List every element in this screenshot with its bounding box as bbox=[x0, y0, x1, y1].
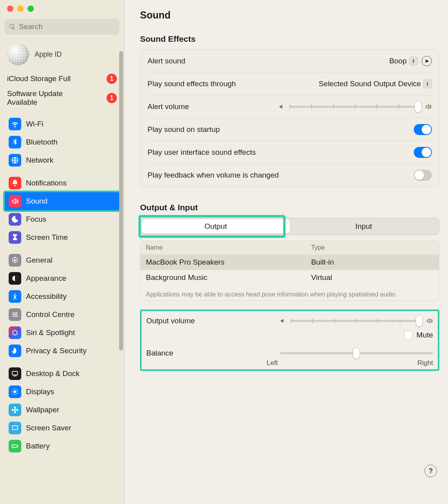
sidebar-item-notifications[interactable]: Notifications bbox=[5, 174, 119, 192]
output-volume-panel: Output volume Mute Balance bbox=[140, 309, 439, 371]
search-icon bbox=[9, 23, 16, 30]
output-volume-slider[interactable] bbox=[291, 317, 422, 325]
mute-label: Mute bbox=[417, 331, 433, 339]
device-type: Virtual bbox=[311, 273, 433, 282]
account-row[interactable]: Apple ID bbox=[0, 39, 124, 69]
alert-volume-slider[interactable] bbox=[289, 102, 421, 111]
svg-point-13 bbox=[14, 411, 16, 413]
page-title: Sound bbox=[140, 9, 439, 21]
sidebar-item-general[interactable]: General bbox=[5, 251, 119, 269]
devices-table: Name Type MacBook Pro Speakers Built-in … bbox=[140, 241, 439, 301]
device-name: MacBook Pro Speakers bbox=[146, 258, 311, 267]
sidebar-item-siri-spotlight[interactable]: Siri & Spotlight bbox=[5, 324, 119, 342]
sidebar-item-control-centre[interactable]: Control Centre bbox=[5, 306, 119, 324]
sidebar-item-sound[interactable]: Sound bbox=[5, 192, 119, 210]
ui-effects-toggle[interactable] bbox=[414, 147, 432, 158]
main-content: Sound Sound Effects Alert sound Boop Pla… bbox=[124, 0, 448, 504]
sliders-icon bbox=[9, 308, 21, 321]
tab-output[interactable]: Output bbox=[142, 219, 290, 233]
notice-label: Software Update Available bbox=[7, 89, 78, 107]
table-row[interactable]: MacBook Pro Speakers Built-in bbox=[140, 254, 439, 270]
help-button[interactable]: ? bbox=[424, 465, 437, 477]
col-type: Type bbox=[311, 244, 433, 251]
notice-icloud-full[interactable]: iCloud Storage Full 1 bbox=[7, 71, 117, 87]
alert-volume-row: Alert volume bbox=[147, 95, 432, 118]
balance-right-label: Right bbox=[417, 359, 433, 367]
sidebar: Apple ID iCloud Storage Full 1 Software … bbox=[0, 0, 124, 504]
search-field[interactable] bbox=[5, 19, 119, 35]
alert-sound-label: Alert sound bbox=[147, 57, 185, 65]
sidebar-item-displays[interactable]: Displays bbox=[5, 383, 119, 401]
sidebar-scrollbar[interactable] bbox=[119, 51, 123, 350]
sidebar-item-screen-time[interactable]: Screen Time bbox=[5, 228, 119, 246]
output-volume-label: Output volume bbox=[146, 317, 195, 325]
sound-effects-heading: Sound Effects bbox=[140, 34, 439, 44]
play-through-row: Play sound effects through Selected Soun… bbox=[147, 72, 432, 95]
sidebar-item-battery[interactable]: Battery bbox=[5, 437, 119, 455]
sidebar-item-appearance[interactable]: Appearance bbox=[5, 269, 119, 287]
sidebar-item-label: Notifications bbox=[26, 179, 67, 187]
maximize-icon[interactable] bbox=[28, 6, 34, 12]
balance-label: Balance bbox=[146, 349, 173, 358]
notice-label: iCloud Storage Full bbox=[7, 74, 71, 83]
feedback-row: Play feedback when volume is changed bbox=[147, 164, 432, 187]
chevron-up-down-icon bbox=[409, 57, 418, 65]
sidebar-item-accessibility[interactable]: Accessibility bbox=[5, 287, 119, 306]
svg-rect-18 bbox=[18, 445, 18, 447]
window-controls bbox=[0, 5, 124, 19]
table-row[interactable]: Background Music Virtual bbox=[140, 270, 439, 285]
minimize-icon[interactable] bbox=[17, 6, 24, 12]
sidebar-item-wallpaper[interactable]: Wallpaper bbox=[5, 401, 119, 419]
sidebar-item-screen-saver[interactable]: Screen Saver bbox=[5, 419, 119, 437]
sidebar-item-network[interactable]: Network bbox=[5, 151, 119, 169]
balance-labels: Left Right bbox=[146, 359, 433, 367]
svg-point-10 bbox=[14, 391, 17, 393]
feedback-label: Play feedback when volume is changed bbox=[147, 171, 279, 180]
play-icon[interactable] bbox=[422, 56, 432, 66]
flower-icon bbox=[9, 404, 21, 416]
balance-slider[interactable] bbox=[280, 349, 433, 358]
svg-point-14 bbox=[12, 409, 14, 411]
sidebar-item-label: Bluetooth bbox=[26, 138, 57, 146]
screensaver-icon bbox=[9, 422, 21, 434]
play-through-select[interactable]: Selected Sound Output Device bbox=[319, 80, 432, 88]
volume-high-icon bbox=[426, 317, 433, 324]
sidebar-item-label: General bbox=[26, 256, 53, 265]
sidebar-item-focus[interactable]: Focus bbox=[5, 210, 119, 228]
balance-row: Balance bbox=[146, 349, 433, 358]
tab-input[interactable]: Input bbox=[290, 219, 438, 233]
sidebar-item-desktop-dock[interactable]: Desktop & Dock bbox=[5, 365, 119, 383]
close-icon[interactable] bbox=[7, 6, 13, 12]
ui-effects-row: Play user interface sound effects bbox=[147, 141, 432, 164]
sound-effects-card: Alert sound Boop Play sound effects thro… bbox=[140, 49, 439, 187]
device-type: Built-in bbox=[311, 258, 433, 267]
table-header: Name Type bbox=[140, 241, 439, 254]
sidebar-item-label: Control Centre bbox=[26, 310, 75, 319]
feedback-toggle[interactable] bbox=[414, 170, 432, 181]
dock-icon bbox=[9, 367, 21, 380]
badge: 1 bbox=[107, 74, 117, 84]
notice-software-update[interactable]: Software Update Available 1 bbox=[7, 87, 117, 109]
play-through-label: Play sound effects through bbox=[147, 80, 236, 88]
siri-icon bbox=[9, 326, 21, 339]
svg-point-15 bbox=[16, 409, 18, 411]
svg-point-4 bbox=[16, 312, 17, 313]
sidebar-item-privacy-security[interactable]: Privacy & Security bbox=[5, 342, 119, 360]
startup-label: Play sound on startup bbox=[147, 125, 220, 134]
play-through-value: Selected Sound Output Device bbox=[319, 80, 421, 88]
gear-icon bbox=[9, 254, 21, 267]
sidebar-item-wifi[interactable]: Wi-Fi bbox=[5, 115, 119, 133]
svg-point-1 bbox=[14, 259, 16, 261]
sidebar-item-label: Wallpaper bbox=[26, 406, 59, 414]
mute-row: Mute bbox=[146, 331, 433, 339]
output-volume-row: Output volume bbox=[146, 317, 433, 325]
alert-sound-select[interactable]: Boop bbox=[389, 57, 418, 65]
col-name: Name bbox=[146, 244, 311, 251]
output-input-heading: Output & Input bbox=[140, 203, 439, 212]
startup-toggle[interactable] bbox=[414, 124, 432, 135]
search-input[interactable] bbox=[19, 22, 115, 31]
sidebar-item-bluetooth[interactable]: Bluetooth bbox=[5, 133, 119, 151]
alert-volume-label: Alert volume bbox=[147, 102, 189, 111]
battery-icon bbox=[9, 440, 21, 452]
mute-checkbox[interactable] bbox=[404, 331, 413, 339]
